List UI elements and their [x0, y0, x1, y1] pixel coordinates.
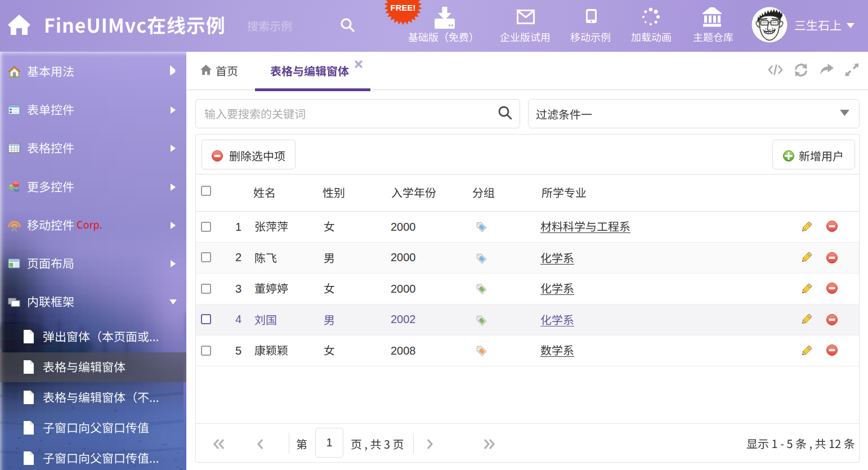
svg-text:FREE!: FREE! [391, 3, 416, 12]
